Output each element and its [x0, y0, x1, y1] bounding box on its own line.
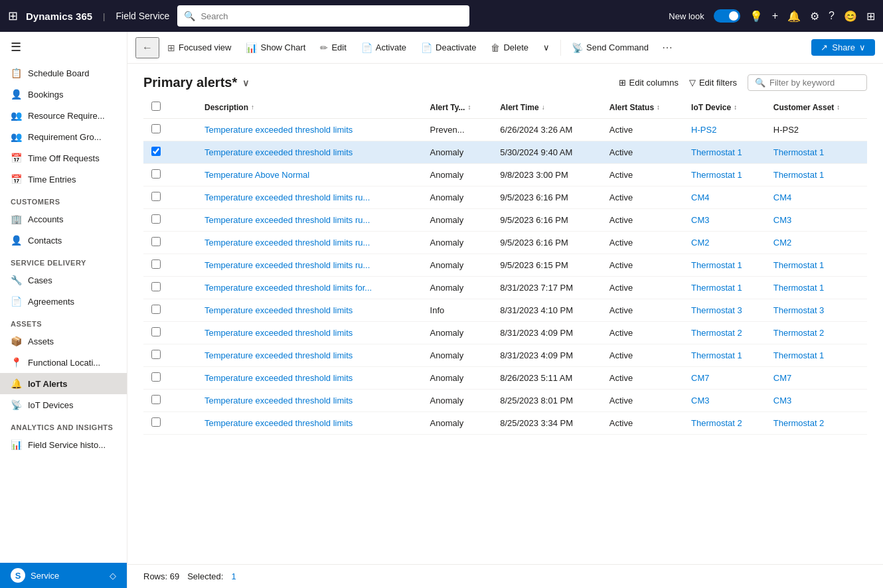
row-description[interactable]: Temperature exceeded threshold limits	[197, 141, 422, 164]
filter-by-keyword[interactable]: 🔍	[748, 74, 867, 91]
sidebar-item-bookings[interactable]: 👤 Bookings	[0, 84, 127, 105]
row-customer-asset[interactable]: Thermostat 1	[765, 254, 867, 277]
alert-status-header[interactable]: Alert Status ↕	[602, 96, 683, 119]
row-customer-asset[interactable]: CM3	[765, 390, 867, 412]
settings-icon[interactable]: ⚙	[810, 10, 819, 23]
row-checkbox[interactable]	[151, 192, 161, 201]
row-description[interactable]: Temperature exceeded threshold limits ru…	[197, 254, 422, 277]
row-description[interactable]: Temperature Above Normal	[197, 164, 422, 186]
row-checkbox-cell[interactable]	[143, 367, 170, 390]
row-customer-asset[interactable]: Thermostat 2	[765, 322, 867, 344]
new-look-toggle[interactable]	[714, 9, 740, 23]
sidebar-item-assets[interactable]: 📦 Assets	[0, 331, 127, 352]
sidebar-pin-icon[interactable]: ◇	[110, 571, 116, 581]
row-checkbox[interactable]	[151, 327, 161, 336]
row-checkbox-cell[interactable]	[143, 322, 170, 344]
row-iot-device[interactable]: CM7	[683, 367, 765, 390]
more-options-button[interactable]: ⋯	[657, 38, 678, 57]
row-customer-asset[interactable]: Thermostat 1	[765, 164, 867, 186]
description-header[interactable]: Description ↑	[197, 96, 422, 119]
row-checkbox[interactable]	[151, 372, 161, 382]
row-checkbox[interactable]	[151, 350, 161, 359]
row-description[interactable]: Temperature exceeded threshold limits ru…	[197, 186, 422, 209]
row-customer-asset[interactable]: CM4	[765, 186, 867, 209]
list-title-chevron[interactable]: ∨	[242, 78, 249, 88]
row-customer-asset[interactable]: CM7	[765, 367, 867, 390]
row-checkbox-cell[interactable]	[143, 232, 170, 254]
row-iot-device[interactable]: Thermostat 1	[683, 344, 765, 367]
row-checkbox-cell[interactable]	[143, 164, 170, 186]
deactivate-button[interactable]: 📄 Deactivate	[414, 39, 483, 56]
row-checkbox[interactable]	[151, 417, 161, 427]
sidebar-bottom-service[interactable]: S Service ◇	[0, 563, 127, 588]
sidebar-item-agreements[interactable]: 📄 Agreements	[0, 291, 127, 312]
send-command-button[interactable]: 📡 Send Command	[565, 39, 655, 56]
row-iot-device[interactable]: Thermostat 1	[683, 277, 765, 299]
back-button[interactable]: ←	[135, 37, 159, 58]
row-customer-asset[interactable]: CM3	[765, 209, 867, 232]
row-description[interactable]: Temperature exceeded threshold limits	[197, 119, 422, 141]
sidebar-item-time-off[interactable]: 📅 Time Off Requests	[0, 147, 127, 169]
row-customer-asset[interactable]: CM2	[765, 232, 867, 254]
row-customer-asset[interactable]: Thermostat 1	[765, 141, 867, 164]
select-all-checkbox[interactable]	[151, 102, 161, 111]
sidebar-item-contacts[interactable]: 👤 Contacts	[0, 230, 127, 251]
row-checkbox-cell[interactable]	[143, 141, 170, 164]
row-customer-asset[interactable]: Thermostat 2	[765, 412, 867, 435]
focused-view-button[interactable]: ⊞ Focused view	[161, 39, 238, 56]
row-checkbox[interactable]	[151, 214, 161, 224]
row-checkbox-cell[interactable]	[143, 412, 170, 435]
add-icon[interactable]: +	[772, 10, 778, 22]
alert-time-header[interactable]: Alert Time ↓	[492, 96, 602, 119]
search-bar[interactable]: 🔍	[177, 5, 469, 27]
row-description[interactable]: Temperature exceeded threshold limits	[197, 412, 422, 435]
row-checkbox[interactable]	[151, 282, 161, 291]
row-checkbox-cell[interactable]	[143, 390, 170, 412]
sidebar-item-iot-devices[interactable]: 📡 IoT Devices	[0, 394, 127, 415]
edit-columns-button[interactable]: ⊞ Edit columns	[619, 78, 679, 88]
sidebar-item-requirement-gro[interactable]: 👥 Requirement Gro...	[0, 126, 127, 147]
row-iot-device[interactable]: Thermostat 2	[683, 322, 765, 344]
show-chart-button[interactable]: 📊 Show Chart	[239, 39, 312, 56]
row-checkbox[interactable]	[151, 305, 161, 314]
sidebar-item-functional-locati[interactable]: 📍 Functional Locati...	[0, 352, 127, 373]
row-checkbox-cell[interactable]	[143, 254, 170, 277]
row-customer-asset[interactable]: Thermostat 1	[765, 277, 867, 299]
row-customer-asset[interactable]: Thermostat 3	[765, 299, 867, 322]
row-iot-device[interactable]: Thermostat 1	[683, 141, 765, 164]
sidebar-item-iot-alerts[interactable]: 🔔 IoT Alerts	[0, 373, 127, 394]
select-all-header[interactable]	[143, 96, 170, 119]
row-iot-device[interactable]: Thermostat 1	[683, 254, 765, 277]
row-checkbox-cell[interactable]	[143, 186, 170, 209]
row-checkbox-cell[interactable]	[143, 299, 170, 322]
row-checkbox[interactable]	[151, 147, 161, 156]
lightbulb-icon[interactable]: 💡	[750, 10, 763, 23]
row-description[interactable]: Temperature exceeded threshold limits	[197, 344, 422, 367]
delete-button[interactable]: 🗑 Delete	[484, 39, 535, 56]
row-iot-device[interactable]: CM3	[683, 390, 765, 412]
row-description[interactable]: Temperature exceeded threshold limits fo…	[197, 277, 422, 299]
row-checkbox-cell[interactable]	[143, 209, 170, 232]
sidebar-item-time-entries[interactable]: 📅 Time Entries	[0, 169, 127, 190]
notification-icon[interactable]: 🔔	[787, 10, 801, 23]
waffle-icon[interactable]: ⊞	[866, 10, 875, 23]
edit-filters-button[interactable]: ▽ Edit filters	[689, 78, 737, 88]
customer-asset-header[interactable]: Customer Asset ↕	[765, 96, 867, 119]
grid-icon[interactable]: ⊞	[8, 9, 18, 23]
share-button[interactable]: ↗ Share ∨	[811, 39, 875, 56]
row-description[interactable]: Temperature exceeded threshold limits ru…	[197, 232, 422, 254]
row-iot-device[interactable]: H-PS2	[683, 119, 765, 141]
hamburger-menu[interactable]: ☰	[0, 32, 127, 62]
iot-device-header[interactable]: IoT Device ↕	[683, 96, 765, 119]
row-description[interactable]: Temperature exceeded threshold limits ru…	[197, 209, 422, 232]
row-checkbox[interactable]	[151, 395, 161, 404]
row-checkbox[interactable]	[151, 169, 161, 179]
row-iot-device[interactable]: Thermostat 1	[683, 164, 765, 186]
sidebar-item-resource-require[interactable]: 👥 Resource Require...	[0, 105, 127, 126]
filter-input[interactable]	[769, 78, 860, 88]
row-description[interactable]: Temperature exceeded threshold limits	[197, 367, 422, 390]
sidebar-item-field-service-histo[interactable]: 📊 Field Service histo...	[0, 434, 127, 455]
row-checkbox[interactable]	[151, 259, 161, 269]
row-description[interactable]: Temperature exceeded threshold limits	[197, 390, 422, 412]
edit-button[interactable]: ✏ Edit	[313, 39, 353, 56]
